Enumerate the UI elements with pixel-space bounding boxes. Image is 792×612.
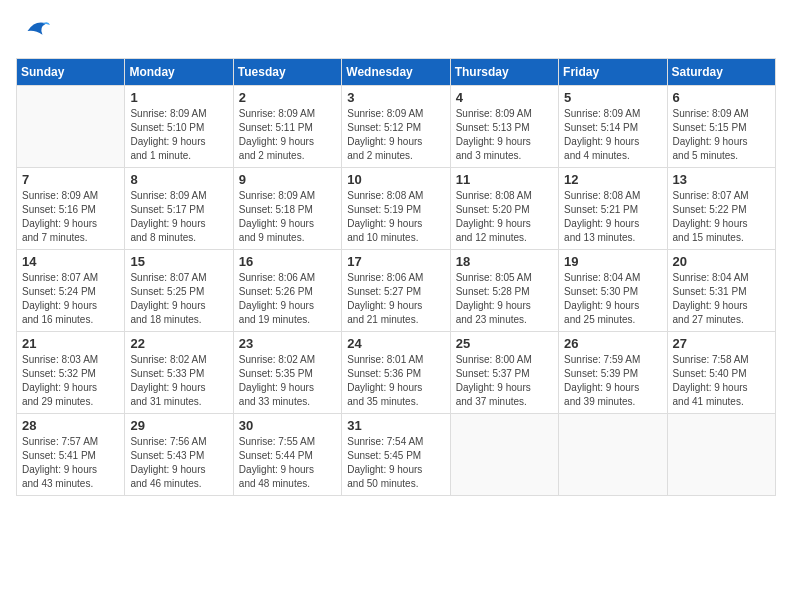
day-number: 13 xyxy=(673,172,770,187)
day-number: 18 xyxy=(456,254,553,269)
calendar-cell: 21Sunrise: 8:03 AMSunset: 5:32 PMDayligh… xyxy=(17,332,125,414)
calendar-week-2: 14Sunrise: 8:07 AMSunset: 5:24 PMDayligh… xyxy=(17,250,776,332)
day-info: Sunrise: 8:09 AMSunset: 5:12 PMDaylight:… xyxy=(347,107,444,163)
logo-bird-icon xyxy=(20,16,50,46)
calendar-cell xyxy=(559,414,667,496)
calendar-cell: 16Sunrise: 8:06 AMSunset: 5:26 PMDayligh… xyxy=(233,250,341,332)
day-number: 12 xyxy=(564,172,661,187)
calendar-cell: 3Sunrise: 8:09 AMSunset: 5:12 PMDaylight… xyxy=(342,86,450,168)
day-info: Sunrise: 8:04 AMSunset: 5:31 PMDaylight:… xyxy=(673,271,770,327)
day-info: Sunrise: 8:03 AMSunset: 5:32 PMDaylight:… xyxy=(22,353,119,409)
calendar-cell: 10Sunrise: 8:08 AMSunset: 5:19 PMDayligh… xyxy=(342,168,450,250)
calendar-cell: 5Sunrise: 8:09 AMSunset: 5:14 PMDaylight… xyxy=(559,86,667,168)
day-number: 2 xyxy=(239,90,336,105)
day-number: 16 xyxy=(239,254,336,269)
calendar-cell: 17Sunrise: 8:06 AMSunset: 5:27 PMDayligh… xyxy=(342,250,450,332)
day-info: Sunrise: 8:01 AMSunset: 5:36 PMDaylight:… xyxy=(347,353,444,409)
day-info: Sunrise: 8:09 AMSunset: 5:17 PMDaylight:… xyxy=(130,189,227,245)
day-number: 1 xyxy=(130,90,227,105)
calendar-cell: 15Sunrise: 8:07 AMSunset: 5:25 PMDayligh… xyxy=(125,250,233,332)
calendar-cell: 27Sunrise: 7:58 AMSunset: 5:40 PMDayligh… xyxy=(667,332,775,414)
calendar-cell: 7Sunrise: 8:09 AMSunset: 5:16 PMDaylight… xyxy=(17,168,125,250)
weekday-header-sunday: Sunday xyxy=(17,59,125,86)
calendar-cell: 22Sunrise: 8:02 AMSunset: 5:33 PMDayligh… xyxy=(125,332,233,414)
calendar-cell: 14Sunrise: 8:07 AMSunset: 5:24 PMDayligh… xyxy=(17,250,125,332)
day-number: 22 xyxy=(130,336,227,351)
calendar-cell: 28Sunrise: 7:57 AMSunset: 5:41 PMDayligh… xyxy=(17,414,125,496)
day-number: 25 xyxy=(456,336,553,351)
day-number: 17 xyxy=(347,254,444,269)
day-number: 31 xyxy=(347,418,444,433)
day-info: Sunrise: 8:09 AMSunset: 5:10 PMDaylight:… xyxy=(130,107,227,163)
day-info: Sunrise: 8:07 AMSunset: 5:24 PMDaylight:… xyxy=(22,271,119,327)
day-info: Sunrise: 7:56 AMSunset: 5:43 PMDaylight:… xyxy=(130,435,227,491)
day-info: Sunrise: 8:05 AMSunset: 5:28 PMDaylight:… xyxy=(456,271,553,327)
day-number: 9 xyxy=(239,172,336,187)
day-number: 26 xyxy=(564,336,661,351)
day-number: 10 xyxy=(347,172,444,187)
calendar-cell: 25Sunrise: 8:00 AMSunset: 5:37 PMDayligh… xyxy=(450,332,558,414)
calendar-cell: 20Sunrise: 8:04 AMSunset: 5:31 PMDayligh… xyxy=(667,250,775,332)
calendar-cell: 24Sunrise: 8:01 AMSunset: 5:36 PMDayligh… xyxy=(342,332,450,414)
day-info: Sunrise: 8:02 AMSunset: 5:33 PMDaylight:… xyxy=(130,353,227,409)
day-info: Sunrise: 8:06 AMSunset: 5:26 PMDaylight:… xyxy=(239,271,336,327)
calendar-cell: 18Sunrise: 8:05 AMSunset: 5:28 PMDayligh… xyxy=(450,250,558,332)
calendar-cell: 13Sunrise: 8:07 AMSunset: 5:22 PMDayligh… xyxy=(667,168,775,250)
calendar-cell: 8Sunrise: 8:09 AMSunset: 5:17 PMDaylight… xyxy=(125,168,233,250)
calendar-cell: 30Sunrise: 7:55 AMSunset: 5:44 PMDayligh… xyxy=(233,414,341,496)
calendar-cell: 2Sunrise: 8:09 AMSunset: 5:11 PMDaylight… xyxy=(233,86,341,168)
calendar-cell: 4Sunrise: 8:09 AMSunset: 5:13 PMDaylight… xyxy=(450,86,558,168)
day-number: 30 xyxy=(239,418,336,433)
weekday-header-saturday: Saturday xyxy=(667,59,775,86)
day-info: Sunrise: 8:07 AMSunset: 5:25 PMDaylight:… xyxy=(130,271,227,327)
calendar-cell: 1Sunrise: 8:09 AMSunset: 5:10 PMDaylight… xyxy=(125,86,233,168)
day-info: Sunrise: 8:08 AMSunset: 5:19 PMDaylight:… xyxy=(347,189,444,245)
calendar-cell: 12Sunrise: 8:08 AMSunset: 5:21 PMDayligh… xyxy=(559,168,667,250)
calendar-cell: 31Sunrise: 7:54 AMSunset: 5:45 PMDayligh… xyxy=(342,414,450,496)
day-number: 28 xyxy=(22,418,119,433)
day-number: 8 xyxy=(130,172,227,187)
weekday-header-thursday: Thursday xyxy=(450,59,558,86)
calendar-week-3: 21Sunrise: 8:03 AMSunset: 5:32 PMDayligh… xyxy=(17,332,776,414)
day-info: Sunrise: 7:55 AMSunset: 5:44 PMDaylight:… xyxy=(239,435,336,491)
weekday-header-friday: Friday xyxy=(559,59,667,86)
day-info: Sunrise: 7:57 AMSunset: 5:41 PMDaylight:… xyxy=(22,435,119,491)
day-info: Sunrise: 8:04 AMSunset: 5:30 PMDaylight:… xyxy=(564,271,661,327)
weekday-header-monday: Monday xyxy=(125,59,233,86)
day-info: Sunrise: 8:09 AMSunset: 5:13 PMDaylight:… xyxy=(456,107,553,163)
day-info: Sunrise: 7:58 AMSunset: 5:40 PMDaylight:… xyxy=(673,353,770,409)
day-info: Sunrise: 8:08 AMSunset: 5:20 PMDaylight:… xyxy=(456,189,553,245)
calendar-cell xyxy=(17,86,125,168)
logo xyxy=(16,16,50,46)
day-info: Sunrise: 8:07 AMSunset: 5:22 PMDaylight:… xyxy=(673,189,770,245)
day-info: Sunrise: 8:06 AMSunset: 5:27 PMDaylight:… xyxy=(347,271,444,327)
day-number: 27 xyxy=(673,336,770,351)
calendar-cell: 11Sunrise: 8:08 AMSunset: 5:20 PMDayligh… xyxy=(450,168,558,250)
day-info: Sunrise: 8:08 AMSunset: 5:21 PMDaylight:… xyxy=(564,189,661,245)
day-number: 11 xyxy=(456,172,553,187)
day-info: Sunrise: 8:09 AMSunset: 5:18 PMDaylight:… xyxy=(239,189,336,245)
day-number: 14 xyxy=(22,254,119,269)
calendar-cell: 6Sunrise: 8:09 AMSunset: 5:15 PMDaylight… xyxy=(667,86,775,168)
calendar-cell xyxy=(667,414,775,496)
calendar-cell: 26Sunrise: 7:59 AMSunset: 5:39 PMDayligh… xyxy=(559,332,667,414)
calendar-table: SundayMondayTuesdayWednesdayThursdayFrid… xyxy=(16,58,776,496)
day-info: Sunrise: 7:54 AMSunset: 5:45 PMDaylight:… xyxy=(347,435,444,491)
day-info: Sunrise: 8:09 AMSunset: 5:15 PMDaylight:… xyxy=(673,107,770,163)
day-number: 3 xyxy=(347,90,444,105)
page-header xyxy=(16,16,776,46)
day-number: 5 xyxy=(564,90,661,105)
day-number: 21 xyxy=(22,336,119,351)
calendar-cell: 23Sunrise: 8:02 AMSunset: 5:35 PMDayligh… xyxy=(233,332,341,414)
day-info: Sunrise: 8:09 AMSunset: 5:14 PMDaylight:… xyxy=(564,107,661,163)
day-info: Sunrise: 8:00 AMSunset: 5:37 PMDaylight:… xyxy=(456,353,553,409)
day-number: 23 xyxy=(239,336,336,351)
weekday-header-tuesday: Tuesday xyxy=(233,59,341,86)
day-number: 4 xyxy=(456,90,553,105)
day-number: 29 xyxy=(130,418,227,433)
calendar-header-row: SundayMondayTuesdayWednesdayThursdayFrid… xyxy=(17,59,776,86)
day-number: 6 xyxy=(673,90,770,105)
day-number: 7 xyxy=(22,172,119,187)
day-info: Sunrise: 8:02 AMSunset: 5:35 PMDaylight:… xyxy=(239,353,336,409)
day-number: 15 xyxy=(130,254,227,269)
